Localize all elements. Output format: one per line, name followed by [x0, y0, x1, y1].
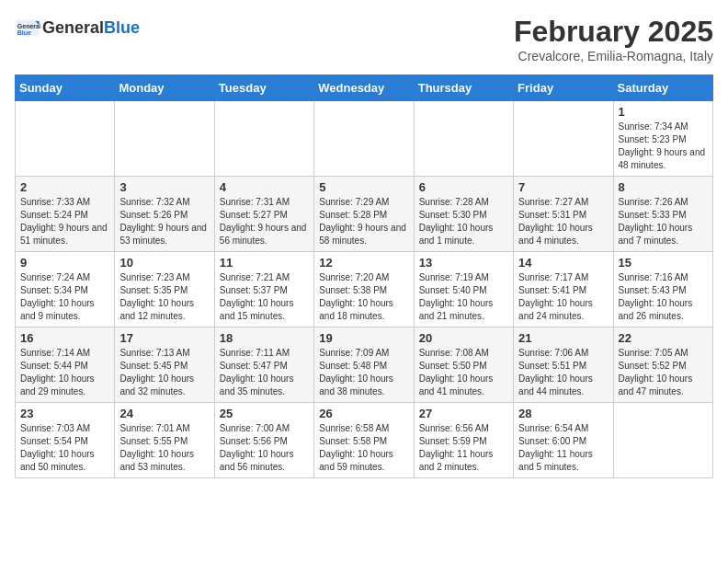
day-info: Sunrise: 6:56 AM Sunset: 5:59 PM Dayligh… — [419, 422, 508, 474]
day-info: Sunrise: 7:26 AM Sunset: 5:33 PM Dayligh… — [619, 196, 708, 247]
calendar-cell — [314, 101, 414, 177]
day-number: 5 — [319, 180, 408, 194]
calendar-week-row: 9Sunrise: 7:24 AM Sunset: 5:34 PM Daylig… — [16, 252, 713, 327]
calendar-cell: 8Sunrise: 7:26 AM Sunset: 5:33 PM Daylig… — [613, 177, 712, 252]
logo-icon: General Blue — [15, 15, 40, 40]
calendar-cell: 26Sunrise: 6:58 AM Sunset: 5:58 PM Dayli… — [314, 403, 414, 478]
day-number: 7 — [518, 180, 608, 194]
calendar-cell: 20Sunrise: 7:08 AM Sunset: 5:50 PM Dayli… — [414, 327, 513, 403]
day-of-week-header: Friday — [514, 75, 613, 101]
day-info: Sunrise: 7:31 AM Sunset: 5:27 PM Dayligh… — [220, 196, 309, 247]
calendar-cell: 19Sunrise: 7:09 AM Sunset: 5:48 PM Dayli… — [314, 327, 414, 403]
day-number: 8 — [619, 180, 708, 194]
svg-text:Blue: Blue — [17, 29, 31, 36]
calendar-cell — [16, 101, 115, 177]
calendar-cell: 14Sunrise: 7:17 AM Sunset: 5:41 PM Dayli… — [514, 252, 613, 327]
day-of-week-header: Saturday — [613, 75, 712, 101]
day-number: 2 — [20, 180, 109, 194]
day-info: Sunrise: 7:19 AM Sunset: 5:40 PM Dayligh… — [419, 271, 508, 323]
day-info: Sunrise: 7:17 AM Sunset: 5:41 PM Dayligh… — [518, 271, 608, 323]
calendar-cell: 2Sunrise: 7:33 AM Sunset: 5:24 PM Daylig… — [16, 177, 115, 252]
calendar-cell: 12Sunrise: 7:20 AM Sunset: 5:38 PM Dayli… — [314, 252, 414, 327]
calendar-cell: 6Sunrise: 7:28 AM Sunset: 5:30 PM Daylig… — [414, 177, 513, 252]
logo-blue-text: Blue — [104, 18, 140, 37]
logo: General Blue GeneralBlue — [15, 15, 140, 40]
day-number: 27 — [419, 407, 508, 420]
day-info: Sunrise: 7:09 AM Sunset: 5:48 PM Dayligh… — [319, 347, 408, 398]
day-number: 24 — [119, 407, 209, 420]
day-number: 28 — [518, 407, 608, 420]
calendar-cell: 13Sunrise: 7:19 AM Sunset: 5:40 PM Dayli… — [414, 252, 513, 327]
calendar-cell — [414, 101, 513, 177]
calendar-cell: 10Sunrise: 7:23 AM Sunset: 5:35 PM Dayli… — [115, 252, 214, 327]
page-header: General Blue GeneralBlue February 2025 C… — [15, 15, 713, 63]
day-info: Sunrise: 7:32 AM Sunset: 5:26 PM Dayligh… — [119, 196, 209, 247]
calendar-cell: 28Sunrise: 6:54 AM Sunset: 6:00 PM Dayli… — [514, 403, 613, 478]
day-number: 16 — [20, 331, 109, 345]
day-info: Sunrise: 7:23 AM Sunset: 5:35 PM Dayligh… — [119, 271, 209, 323]
calendar-week-row: 23Sunrise: 7:03 AM Sunset: 5:54 PM Dayli… — [16, 403, 713, 478]
calendar-cell: 4Sunrise: 7:31 AM Sunset: 5:27 PM Daylig… — [214, 177, 313, 252]
day-number: 11 — [220, 256, 309, 270]
calendar-cell: 3Sunrise: 7:32 AM Sunset: 5:26 PM Daylig… — [115, 177, 214, 252]
day-number: 4 — [220, 180, 309, 194]
calendar-cell: 1Sunrise: 7:34 AM Sunset: 5:23 PM Daylig… — [613, 101, 712, 177]
calendar-cell: 22Sunrise: 7:05 AM Sunset: 5:52 PM Dayli… — [613, 327, 712, 403]
day-info: Sunrise: 7:24 AM Sunset: 5:34 PM Dayligh… — [20, 271, 109, 323]
day-info: Sunrise: 7:05 AM Sunset: 5:52 PM Dayligh… — [619, 347, 708, 398]
day-info: Sunrise: 7:08 AM Sunset: 5:50 PM Dayligh… — [419, 347, 508, 398]
calendar-cell: 9Sunrise: 7:24 AM Sunset: 5:34 PM Daylig… — [16, 252, 115, 327]
day-number: 13 — [419, 256, 508, 270]
day-number: 14 — [518, 256, 608, 270]
day-number: 25 — [220, 407, 309, 420]
day-info: Sunrise: 7:34 AM Sunset: 5:23 PM Dayligh… — [619, 121, 708, 172]
day-of-week-header: Wednesday — [314, 75, 414, 101]
day-number: 12 — [319, 256, 408, 270]
day-number: 21 — [518, 331, 608, 345]
day-number: 6 — [419, 180, 508, 194]
calendar-cell: 27Sunrise: 6:56 AM Sunset: 5:59 PM Dayli… — [414, 403, 513, 478]
day-info: Sunrise: 7:13 AM Sunset: 5:45 PM Dayligh… — [119, 347, 209, 398]
day-number: 3 — [119, 180, 209, 194]
day-info: Sunrise: 7:03 AM Sunset: 5:54 PM Dayligh… — [20, 422, 109, 474]
svg-text:General: General — [17, 23, 40, 29]
calendar-header-row: SundayMondayTuesdayWednesdayThursdayFrid… — [16, 75, 713, 101]
calendar-cell: 23Sunrise: 7:03 AM Sunset: 5:54 PM Dayli… — [16, 403, 115, 478]
day-number: 10 — [119, 256, 209, 270]
calendar-cell — [514, 101, 613, 177]
calendar-week-row: 1Sunrise: 7:34 AM Sunset: 5:23 PM Daylig… — [16, 101, 713, 177]
day-number: 15 — [619, 256, 708, 270]
calendar-cell: 18Sunrise: 7:11 AM Sunset: 5:47 PM Dayli… — [214, 327, 313, 403]
calendar-cell: 7Sunrise: 7:27 AM Sunset: 5:31 PM Daylig… — [514, 177, 613, 252]
calendar-week-row: 16Sunrise: 7:14 AM Sunset: 5:44 PM Dayli… — [16, 327, 713, 403]
day-info: Sunrise: 6:58 AM Sunset: 5:58 PM Dayligh… — [319, 422, 408, 474]
day-info: Sunrise: 7:33 AM Sunset: 5:24 PM Dayligh… — [20, 196, 109, 247]
day-of-week-header: Tuesday — [214, 75, 313, 101]
day-info: Sunrise: 7:11 AM Sunset: 5:47 PM Dayligh… — [220, 347, 309, 398]
logo-general-text: General — [42, 18, 104, 37]
day-of-week-header: Sunday — [16, 75, 115, 101]
day-of-week-header: Monday — [115, 75, 214, 101]
calendar-cell: 11Sunrise: 7:21 AM Sunset: 5:37 PM Dayli… — [214, 252, 313, 327]
calendar-week-row: 2Sunrise: 7:33 AM Sunset: 5:24 PM Daylig… — [16, 177, 713, 252]
calendar-cell: 21Sunrise: 7:06 AM Sunset: 5:51 PM Dayli… — [514, 327, 613, 403]
day-info: Sunrise: 7:01 AM Sunset: 5:55 PM Dayligh… — [119, 422, 209, 474]
day-number: 9 — [20, 256, 109, 270]
day-number: 22 — [619, 331, 708, 345]
day-number: 18 — [220, 331, 309, 345]
day-info: Sunrise: 7:29 AM Sunset: 5:28 PM Dayligh… — [319, 196, 408, 247]
day-info: Sunrise: 7:21 AM Sunset: 5:37 PM Dayligh… — [220, 271, 309, 323]
day-number: 17 — [119, 331, 209, 345]
month-title: February 2025 — [514, 15, 713, 49]
day-info: Sunrise: 7:20 AM Sunset: 5:38 PM Dayligh… — [319, 271, 408, 323]
calendar-cell — [214, 101, 313, 177]
day-of-week-header: Thursday — [414, 75, 513, 101]
calendar-cell: 17Sunrise: 7:13 AM Sunset: 5:45 PM Dayli… — [115, 327, 214, 403]
calendar-table: SundayMondayTuesdayWednesdayThursdayFrid… — [15, 75, 713, 478]
day-info: Sunrise: 7:27 AM Sunset: 5:31 PM Dayligh… — [518, 196, 608, 247]
day-number: 19 — [319, 331, 408, 345]
calendar-cell — [115, 101, 214, 177]
day-number: 1 — [619, 105, 708, 119]
calendar-cell: 25Sunrise: 7:00 AM Sunset: 5:56 PM Dayli… — [214, 403, 313, 478]
calendar-cell — [613, 403, 712, 478]
